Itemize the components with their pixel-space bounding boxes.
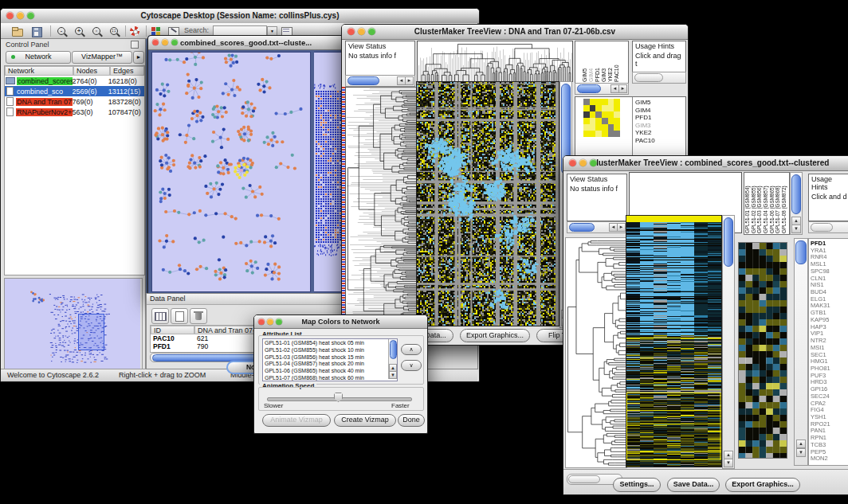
gene-label[interactable]: GIM4: [635, 107, 683, 115]
scroll-thumb[interactable]: [811, 223, 833, 232]
move-up-button[interactable]: ∧: [401, 344, 422, 355]
scroll-right-icon[interactable]: ►: [617, 223, 626, 232]
export-graphics-button[interactable]: Export Graphics...: [725, 478, 800, 492]
dialog-titlebar[interactable]: Map Colors to Network: [254, 315, 427, 329]
close-icon[interactable]: [6, 12, 14, 19]
gene-label[interactable]: CLN1: [811, 275, 848, 283]
heatmap-cell[interactable]: [590, 131, 596, 137]
heatmap-cell[interactable]: [595, 99, 602, 105]
close-icon[interactable]: [569, 159, 576, 166]
zoom-in-icon[interactable]: +: [73, 25, 87, 37]
create-vizmap-button[interactable]: Create Vizmap: [334, 414, 396, 427]
heatmap-cell[interactable]: [602, 118, 608, 124]
heatmap-cell[interactable]: [608, 131, 614, 137]
gene-label[interactable]: MSL1: [811, 261, 848, 268]
gene-label[interactable]: YSH1: [811, 414, 848, 421]
labels-vscrollbar[interactable]: ▲ ▼: [790, 172, 803, 235]
usage-hints-hscrollbar[interactable]: [808, 221, 848, 233]
network-row[interactable]: combined_sco2569(6)13112(15): [5, 86, 144, 96]
zoom-selected-icon[interactable]: ∷: [108, 25, 122, 37]
scroll-thumb[interactable]: [569, 223, 595, 232]
heatmap-cell[interactable]: [590, 124, 596, 131]
treeview2-titlebar[interactable]: ClusterMaker TreeView : combined_scores_…: [563, 156, 848, 171]
network-overview-canvas[interactable]: [5, 279, 140, 373]
main-titlebar[interactable]: Cytoscape Desktop (Session Name: collins…: [1, 9, 479, 24]
heatmap-cell[interactable]: [595, 131, 602, 137]
attribute-item[interactable]: GPL51-03 (GSM856) heat shock 15 min: [265, 354, 384, 361]
scroll-thumb[interactable]: [347, 76, 379, 85]
heatmap-cell[interactable]: [614, 118, 620, 124]
gene-label[interactable]: NIS1: [811, 282, 848, 289]
scroll-down-icon[interactable]: ▼: [796, 448, 806, 457]
scroll-thumb[interactable]: [568, 475, 600, 483]
gene-label[interactable]: PHO81: [811, 365, 848, 373]
gene-label[interactable]: GIM3: [635, 122, 683, 130]
attribute-item[interactable]: GPL51-07 (GSM868) heat shock 60 min: [265, 375, 384, 381]
heatmap-cell[interactable]: [608, 124, 614, 131]
tab-overflow-arrow-icon[interactable]: ►: [133, 51, 144, 64]
gene-label[interactable]: RPO21: [811, 421, 848, 428]
usage-hints-hscrollbar[interactable]: [632, 72, 686, 84]
heatmap-cell[interactable]: [590, 111, 596, 118]
move-down-button[interactable]: ∨: [401, 360, 422, 371]
scroll-thumb[interactable]: [390, 340, 397, 359]
gene-label[interactable]: HRD3: [811, 379, 848, 386]
minimize-icon[interactable]: [162, 39, 168, 45]
scroll-down-icon[interactable]: ▼: [389, 371, 397, 379]
heatmap-cell[interactable]: [590, 105, 596, 111]
heatmap-cell[interactable]: [602, 111, 608, 118]
attribute-item[interactable]: GPL51-02 (GSM855) heat shock 10 min: [265, 347, 384, 354]
scroll-thumb[interactable]: [577, 84, 601, 93]
gene-label[interactable]: SPC98: [811, 268, 848, 275]
heatmap-cell[interactable]: [583, 111, 590, 118]
gene-label[interactable]: PAC10: [635, 137, 683, 145]
close-icon[interactable]: [258, 318, 265, 325]
heatmap-cell[interactable]: [614, 111, 620, 118]
tab-network[interactable]: Network: [6, 51, 71, 64]
gene-label[interactable]: HAP3: [811, 324, 848, 331]
treeview1-titlebar[interactable]: ClusterMaker TreeView : DNA and Tran 07-…: [342, 25, 688, 40]
settings-button[interactable]: Settings...: [613, 478, 661, 492]
gene-label[interactable]: GIM5: [635, 99, 683, 107]
gene-label[interactable]: YRA1: [811, 248, 848, 255]
col-header-network[interactable]: Network: [5, 66, 73, 76]
gene-label[interactable]: TCB3: [811, 442, 848, 449]
animate-vizmap-button[interactable]: Animate Vizmap: [262, 414, 331, 427]
gene-label[interactable]: YKE2: [635, 129, 683, 137]
heatmap-cell[interactable]: [614, 124, 620, 131]
attribute-list[interactable]: GPL51-01 (GSM854) heat shock 05 minGPL51…: [262, 338, 398, 381]
tab-vizmapper[interactable]: VizMapper™: [72, 51, 132, 64]
network-row[interactable]: combined_scores2764(0)16218(0): [5, 76, 144, 86]
heatmap-canvas[interactable]: [417, 82, 559, 326]
scroll-thumb[interactable]: [791, 174, 801, 214]
heatmap-cell[interactable]: [602, 124, 608, 131]
gene-label[interactable]: PFD1: [811, 240, 848, 248]
heatmap-cell[interactable]: [590, 118, 596, 124]
heatmap-cell[interactable]: [595, 118, 602, 124]
heatmap-cell[interactable]: [602, 105, 608, 111]
heatmap-cell[interactable]: [595, 105, 602, 111]
export-graphics-button[interactable]: Export Graphics...: [460, 329, 530, 342]
heatmap-vscrollbar[interactable]: ▲ ▼: [722, 215, 735, 469]
zoom-window-icon[interactable]: [27, 12, 34, 19]
gene-label[interactable]: CPA2: [811, 400, 848, 408]
gene-label[interactable]: GPI16: [811, 386, 848, 393]
heatmap-cell[interactable]: [595, 124, 602, 131]
col-header-nodes[interactable]: Nodes: [73, 66, 110, 76]
col-header-id[interactable]: ID: [151, 326, 194, 334]
network-view-titlebar[interactable]: combined_scores_good.txt--cluste...: [148, 36, 344, 50]
zoom-out-icon[interactable]: -: [55, 25, 69, 37]
heatmap-cell[interactable]: [590, 99, 596, 105]
heatmap-cell[interactable]: [595, 111, 602, 118]
gene-label[interactable]: KAP95: [811, 317, 848, 324]
heatmap-cell[interactable]: [614, 99, 620, 105]
save-data-button[interactable]: Save Data...: [667, 478, 720, 492]
gene-label[interactable]: FIG4: [811, 407, 848, 414]
gene-label[interactable]: MSI1: [811, 345, 848, 352]
gene-label[interactable]: RNR4: [811, 254, 848, 261]
zoom-fit-icon[interactable]: ▫: [90, 25, 104, 37]
view-status-hscrollbar[interactable]: ◄ ►: [567, 221, 627, 233]
gene-label[interactable]: RPN1: [811, 435, 848, 442]
column-dendrogram-canvas[interactable]: [418, 41, 572, 81]
heatmap-cell[interactable]: [583, 124, 590, 131]
